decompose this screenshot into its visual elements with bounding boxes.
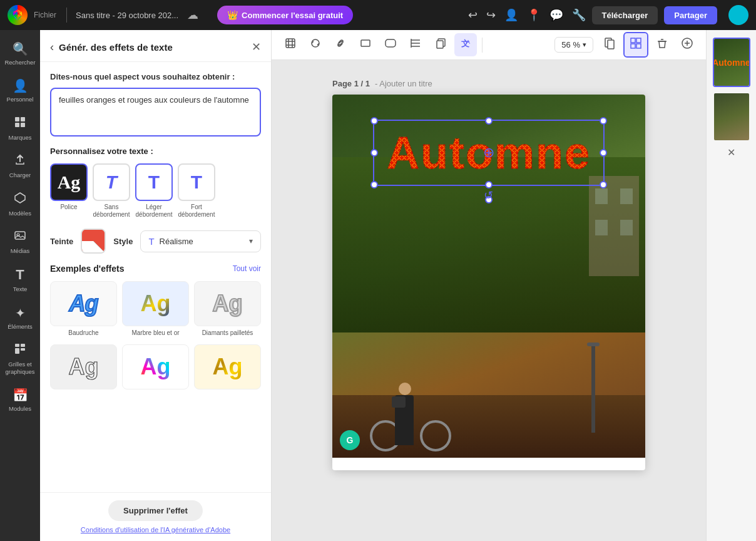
svg-rect-8 [21, 117, 25, 121]
see-all-link[interactable]: Tout voir [233, 264, 261, 273]
example-diamants-box: Ag [194, 281, 261, 326]
prompt-textarea[interactable]: feuilles oranges et rouges aux couleurs … [59, 95, 252, 126]
svg-rect-34 [631, 38, 635, 43]
canvas-wrapper: Page 1 / 1 - Ajouter un titre [332, 79, 645, 470]
app-logo [8, 5, 28, 25]
add-page-button[interactable] [676, 33, 698, 56]
grid-icon [14, 343, 26, 358]
delete-button[interactable] [651, 33, 673, 56]
example-diamants[interactable]: Ag Diamants pailletés [194, 281, 261, 337]
style-select[interactable]: T Réalisme ▾ [140, 230, 261, 252]
sidebar-item-grilles[interactable]: Grilles et graphiques [3, 337, 38, 380]
canvas-image: Automne ⊕ [332, 95, 645, 458]
handle-middle-right[interactable] [600, 149, 607, 157]
pages-button[interactable] [598, 33, 621, 56]
panel-title: Génér. des effets de texte [59, 42, 252, 53]
copy-tool-button[interactable] [429, 33, 452, 56]
style-police-box: Ag [50, 163, 88, 201]
prompt-textarea-wrapper[interactable]: feuilles oranges et rouges aux couleurs … [50, 88, 261, 137]
svg-marker-11 [15, 193, 25, 203]
example-sketch[interactable]: Ag [50, 344, 117, 389]
frame-tool-button[interactable] [279, 33, 302, 56]
crown-icon: 👑 [227, 10, 238, 20]
sidebar-item-charger[interactable]: Charger [3, 148, 38, 183]
sidebar-item-texte[interactable]: T Texte [3, 262, 38, 297]
svg-rect-33 [608, 40, 614, 49]
style-sans[interactable]: T Sans débordement [93, 163, 130, 219]
add-title-placeholder[interactable]: - Ajouter un titre [375, 79, 432, 88]
canvas-main: Page 1 / 1 - Ajouter un titre [272, 60, 706, 541]
location-button[interactable]: 📍 [527, 8, 541, 22]
template-icon [14, 192, 26, 207]
style-fort[interactable]: T Fort débordement [178, 163, 215, 219]
download-button[interactable]: Télécharger [592, 6, 658, 24]
example-marbre[interactable]: Ag Marbre bleu et or [122, 281, 189, 337]
svg-rect-23 [361, 40, 370, 46]
thumbnail-close-button[interactable]: ✕ [727, 147, 735, 158]
sidebar-item-marques[interactable]: Marques [3, 111, 38, 146]
canvas-content: 文 A 56 % ▾ [272, 30, 706, 541]
rounded-rect-button[interactable] [379, 33, 402, 56]
svg-rect-12 [15, 232, 25, 239]
panel-header: ‹ Génér. des effets de texte ✕ [40, 30, 271, 62]
example-colorful-box: Ag [122, 344, 189, 389]
svg-rect-17 [21, 348, 25, 351]
text-icon: T [16, 267, 24, 283]
grid-view-button[interactable] [623, 32, 648, 58]
share-button[interactable]: Partager [664, 6, 717, 24]
sidebar-item-medias[interactable]: Médias [3, 224, 38, 259]
tools-button[interactable]: 🔧 [572, 8, 586, 22]
handle-top-center[interactable] [485, 117, 493, 125]
zoom-control[interactable]: 56 % ▾ [554, 37, 593, 53]
profile-button[interactable]: 👤 [504, 8, 518, 22]
sidebar-item-personnel[interactable]: 👤 Personnel [3, 73, 38, 108]
link-tool-button[interactable] [329, 33, 352, 56]
handle-top-right[interactable] [600, 117, 607, 125]
svg-marker-3 [18, 16, 22, 21]
handle-middle-left[interactable] [370, 149, 378, 157]
thumbnail-2[interactable] [713, 92, 750, 142]
trial-button[interactable]: 👑 Commencer l'essai gratuit [217, 6, 353, 24]
sidebar-item-elements[interactable]: ✦ Éléments [3, 301, 38, 335]
style-fort-box: T [178, 163, 215, 201]
crop-tool-button[interactable] [304, 33, 327, 56]
zoom-value: 56 % [561, 40, 580, 49]
style-leger-box: T [135, 163, 173, 201]
sidebar-item-modeles[interactable]: Modèles [3, 187, 38, 222]
user-avatar[interactable] [728, 5, 748, 25]
align-tool-button[interactable] [404, 33, 427, 56]
move-handle[interactable]: ⊕ [483, 145, 494, 161]
tos-link[interactable]: Conditions d'utilisation de l'IA générat… [81, 526, 230, 533]
handle-bottom-center[interactable] [485, 181, 493, 188]
lamp-head [587, 343, 600, 346]
comment-button[interactable]: 💬 [549, 8, 563, 22]
example-marbre-label: Marbre bleu et or [131, 329, 179, 337]
panel-close-button[interactable]: ✕ [252, 40, 261, 54]
style-police[interactable]: Ag Police [50, 163, 88, 219]
rect-tool-button[interactable] [354, 33, 377, 56]
refresh-handle[interactable]: ↺ [484, 188, 493, 202]
cloud-icon[interactable]: ☁ [187, 8, 198, 22]
style-leger[interactable]: T Léger débordement [135, 163, 173, 219]
remove-effect-button[interactable]: Supprimer l'effet [108, 500, 203, 521]
sidebar-item-modules[interactable]: 📅 Modules [3, 383, 38, 417]
panel-back-button[interactable]: ‹ [50, 41, 54, 54]
handle-top-left[interactable] [370, 117, 378, 125]
example-baudruche[interactable]: Ag Baudruche [50, 281, 117, 337]
bike-wheel-right [420, 420, 451, 451]
autumn-text-container[interactable]: Automne ⊕ [373, 120, 605, 186]
undo-button[interactable]: ↩ [468, 8, 478, 22]
toolbar-divider [482, 38, 483, 53]
example-colorful[interactable]: Ag [122, 344, 189, 389]
redo-button[interactable]: ↪ [486, 8, 496, 22]
text-effect-tool-button[interactable]: 文 A [454, 33, 477, 56]
personalize-label: Personnalisez votre texte : [50, 147, 261, 156]
svg-rect-9 [15, 123, 19, 127]
example-gold[interactable]: Ag [194, 344, 261, 389]
thumbnail-1[interactable]: Automne [713, 38, 750, 87]
handle-bottom-right[interactable] [600, 181, 607, 188]
media-icon [14, 229, 26, 245]
teinte-swatch[interactable] [81, 229, 106, 254]
sidebar-item-rechercher[interactable]: 🔍 Rechercher [3, 36, 38, 71]
handle-bottom-left[interactable] [370, 181, 378, 188]
